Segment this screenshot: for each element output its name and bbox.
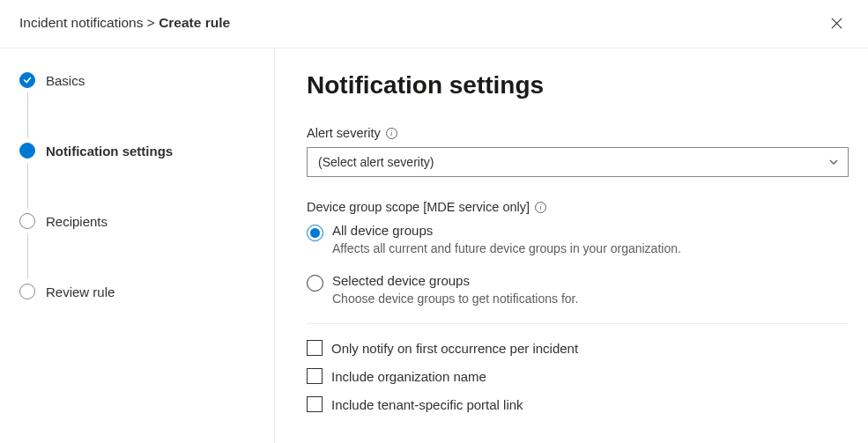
step-connector [27, 233, 28, 279]
radio-label: Selected device groups [332, 273, 578, 288]
radio-description: Choose device groups to get notification… [332, 292, 578, 306]
main-content: Notification settings Alert severity i (… [275, 48, 868, 443]
device-group-scope-label: Device group scope [MDE service only] i [307, 200, 849, 214]
panel-header: Incident notifications > Create rule [0, 0, 868, 48]
checkbox-indicator [307, 368, 323, 384]
radio-label: All device groups [332, 223, 681, 238]
breadcrumb: Incident notifications > Create rule [19, 15, 230, 31]
info-icon[interactable]: i [386, 128, 397, 139]
step-status-icon [19, 72, 35, 88]
close-button[interactable] [822, 9, 850, 37]
alert-severity-label: Alert severity i [307, 126, 849, 140]
checkbox-first-occurrence[interactable]: Only notify on first occurrence per inci… [307, 340, 849, 356]
step-basics[interactable]: Basics [19, 68, 274, 92]
info-icon[interactable]: i [535, 202, 546, 213]
wizard-steps: Basics Notification settings Recipients … [0, 48, 275, 443]
radio-all-device-groups[interactable]: All device groups Affects all current an… [307, 223, 849, 268]
radio-selected-device-groups[interactable]: Selected device groups Choose device gro… [307, 273, 849, 318]
checkbox-org-name[interactable]: Include organization name [307, 368, 849, 384]
page-title: Notification settings [307, 71, 849, 100]
checkbox-label: Only notify on first occurrence per inci… [331, 341, 578, 356]
alert-severity-dropdown[interactable]: (Select alert severity) [307, 147, 849, 177]
chevron-down-icon [828, 157, 839, 167]
dropdown-placeholder: (Select alert severity) [318, 155, 434, 169]
checkmark-icon [23, 76, 32, 85]
checkbox-indicator [307, 340, 323, 356]
step-status-icon [19, 213, 35, 229]
radio-description: Affects all current and future device gr… [332, 241, 681, 255]
checkbox-label: Include tenant-specific portal link [331, 397, 523, 412]
close-icon [830, 17, 843, 30]
breadcrumb-current: Create rule [159, 15, 230, 30]
step-label: Basics [46, 73, 85, 88]
radio-indicator [307, 225, 323, 241]
radio-indicator [307, 275, 323, 292]
label-text: Alert severity [307, 126, 381, 140]
step-connector [27, 163, 28, 209]
step-recipients[interactable]: Recipients [19, 209, 274, 233]
step-status-icon [19, 143, 35, 159]
step-label: Notification settings [46, 144, 173, 159]
checkbox-label: Include organization name [331, 369, 486, 384]
breadcrumb-separator: > [147, 15, 155, 30]
checkbox-indicator [307, 396, 323, 412]
step-connector [27, 92, 28, 138]
section-divider [307, 323, 849, 324]
step-status-icon [19, 284, 35, 299]
checkbox-portal-link[interactable]: Include tenant-specific portal link [307, 396, 849, 412]
step-notification-settings[interactable]: Notification settings [19, 138, 274, 163]
device-group-scope-radios: All device groups Affects all current an… [307, 223, 849, 318]
step-review-rule[interactable]: Review rule [19, 279, 274, 304]
step-label: Review rule [46, 284, 115, 299]
breadcrumb-parent[interactable]: Incident notifications [19, 15, 143, 30]
step-label: Recipients [46, 214, 108, 229]
label-text: Device group scope [MDE service only] [307, 200, 530, 214]
